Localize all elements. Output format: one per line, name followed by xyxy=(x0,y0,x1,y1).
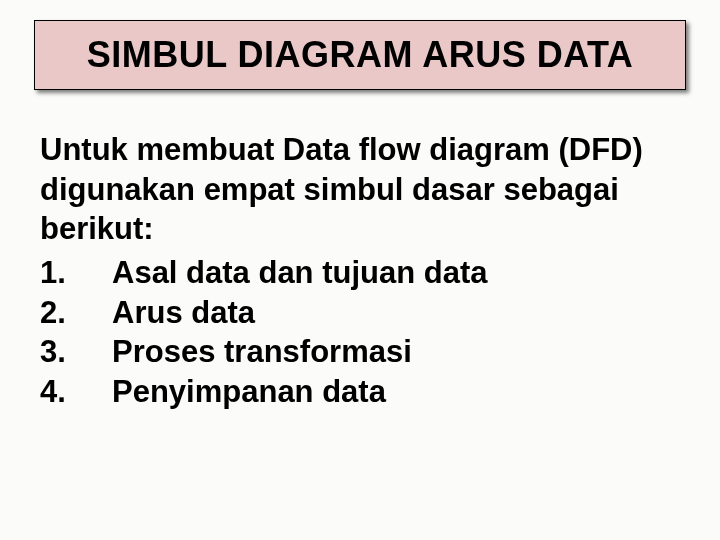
list-item: 1. Asal data dan tujuan data xyxy=(40,253,680,293)
list-item: 4. Penyimpanan data xyxy=(40,372,680,412)
intro-text: Untuk membuat Data flow diagram (DFD) di… xyxy=(40,130,680,249)
slide-title-box: SIMBUL DIAGRAM ARUS DATA xyxy=(34,20,686,90)
slide-title: SIMBUL DIAGRAM ARUS DATA xyxy=(87,34,634,76)
symbol-list: 1. Asal data dan tujuan data 2. Arus dat… xyxy=(40,253,680,412)
list-item: 3. Proses transformasi xyxy=(40,332,680,372)
list-label: Arus data xyxy=(112,293,680,333)
list-label: Proses transformasi xyxy=(112,332,680,372)
list-label: Asal data dan tujuan data xyxy=(112,253,680,293)
list-label: Penyimpanan data xyxy=(112,372,680,412)
slide-content: Untuk membuat Data flow diagram (DFD) di… xyxy=(40,130,680,412)
list-item: 2. Arus data xyxy=(40,293,680,333)
list-number: 2. xyxy=(40,293,112,333)
list-number: 1. xyxy=(40,253,112,293)
list-number: 3. xyxy=(40,332,112,372)
list-number: 4. xyxy=(40,372,112,412)
